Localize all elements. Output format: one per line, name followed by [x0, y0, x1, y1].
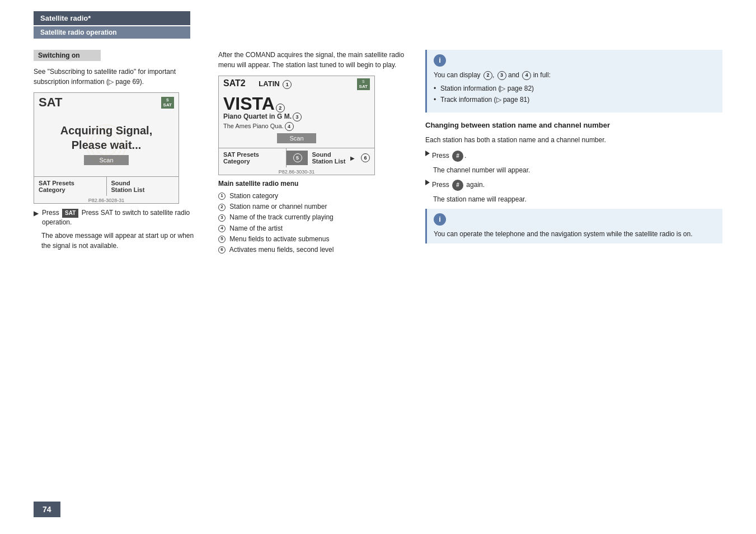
- sat2-footer-left: SAT Presets Category: [219, 148, 287, 167]
- sat-footer: SAT Presets Category Sound Station List: [34, 176, 179, 196]
- sat2-scan-btn: Scan: [277, 133, 316, 143]
- sat2-vista-row: VISTA2: [223, 95, 370, 113]
- circle-num-4: 4: [218, 225, 226, 232]
- sat2-figure-note: P82.86-3030-31: [219, 169, 374, 175]
- arrow-bullet-icon: ▶: [34, 209, 39, 218]
- menu-item-4-text: Name of the artist: [229, 224, 283, 232]
- sat2-badge: S SAT: [357, 78, 370, 90]
- sat-footer-right: Sound Station List: [107, 177, 179, 196]
- instruction-text: Press SAT Press SAT to switch to satelli…: [42, 208, 201, 227]
- sat-button-inline: SAT: [62, 209, 78, 218]
- middle-column: After the COMAND acquires the signal, th…: [218, 50, 408, 523]
- sat2-footer-category: Category: [223, 158, 281, 165]
- menu-item-2: 2 Station name or channel number: [218, 202, 408, 212]
- sat2-display: SAT2 LATIN 1 S SAT VISTA2 Piano Quartet …: [218, 76, 375, 175]
- sat2-body: VISTA2 Piano Quartet in G M.3 The Ames P…: [219, 92, 374, 148]
- header-title: Satellite radio*: [34, 11, 190, 25]
- sat2-vista: VISTA: [223, 93, 275, 114]
- bullet-track-info: Track information (▷ page 81): [434, 95, 716, 105]
- middle-intro-text: After the COMAND acquires the signal, th…: [218, 50, 408, 70]
- sat2-footer-sound: Sound: [312, 151, 346, 158]
- menu-item-2-text: Station name or channel number: [229, 203, 327, 210]
- sat2-footer-right: Sound Station List ▶ 6: [308, 148, 375, 167]
- sat2-footer-presets: SAT Presets: [223, 151, 281, 158]
- menu-item-5: 5 Menu fields to activate submenus: [218, 234, 408, 245]
- info-box-1: i You can display 2, 3 and 4 in full: St…: [425, 50, 722, 113]
- arrow-right-icon: ▶: [350, 155, 355, 161]
- sat-display-header: SAT S SAT: [34, 93, 179, 112]
- changing-section-title: Changing between station name and channe…: [425, 120, 722, 130]
- step2-result: The station name will reappear.: [433, 194, 722, 204]
- circle-1: 1: [283, 80, 292, 89]
- step1-result: The channel number will appear.: [433, 165, 722, 175]
- circle-2: 2: [276, 104, 285, 113]
- word-and: and: [508, 71, 519, 79]
- step1-text: Press #.: [432, 151, 466, 162]
- step1-arrow-icon: [425, 151, 430, 156]
- sat2-label-group: SAT2 LATIN 1: [223, 78, 292, 89]
- page-number: 74: [34, 502, 60, 517]
- sat2-latin: LATIN: [259, 79, 279, 88]
- sat2-footer-stationlist: Station List: [312, 158, 346, 165]
- menu-item-1-text: Station category: [229, 192, 278, 200]
- menu-item-3: 3 Name of the track currently playing: [218, 212, 408, 223]
- info-box-2: i You can operate the telephone and the …: [425, 209, 722, 243]
- menu-item-4: 4 Name of the artist: [218, 223, 408, 234]
- bullet-station-info: Station information (▷ page 82): [434, 83, 716, 93]
- menu-item-6-text: Activates menu fields, second level: [229, 246, 334, 254]
- sat-footer-sound: Sound: [111, 180, 175, 186]
- menu-list: 1 Station category 2 Station name or cha…: [218, 191, 408, 255]
- circle-5: 5: [293, 153, 302, 162]
- changing-body-text: Each station has both a station name and…: [425, 135, 722, 145]
- sat2-footer-mid: 5: [287, 151, 308, 165]
- circle-display-2: 2: [483, 71, 492, 80]
- sat2-footer-sound-station: Sound Station List: [312, 151, 346, 165]
- circle-display-4: 4: [522, 71, 531, 80]
- circle-6: 6: [361, 153, 370, 162]
- sat2-header: SAT2 LATIN 1 S SAT: [219, 76, 374, 92]
- sat-label: SAT: [39, 95, 62, 110]
- press-btn-hash-2: #: [452, 180, 463, 191]
- main-content: Switching on See "Subscribing to satelli…: [0, 39, 756, 534]
- info-box-1-text: You can display 2, 3 and 4 in full:: [434, 70, 716, 80]
- sat-footer-category: Category: [39, 186, 102, 193]
- right-column: i You can display 2, 3 and 4 in full: St…: [425, 50, 722, 523]
- menu-item-6: 6 Activates menu fields, second level: [218, 245, 408, 255]
- instruction-row: ▶ Press SAT Press SAT to switch to satel…: [34, 208, 201, 227]
- info-icon-2: i: [434, 213, 446, 226]
- sat2-footer: SAT Presets Category 5 Sound Station Lis…: [219, 148, 374, 167]
- sat-display: SAT S SAT: [34, 92, 179, 204]
- left-column: Switching on See "Subscribing to satelli…: [34, 50, 201, 523]
- press-btn-hash-1: #: [452, 151, 463, 162]
- circle-num-5: 5: [218, 236, 226, 243]
- sat-bg-decoration: [84, 122, 129, 167]
- sat2-artist: The Ames Piano Qua.4: [223, 122, 370, 131]
- section-header-switching: Switching on: [34, 50, 101, 61]
- step2-text: Press # again.: [432, 180, 485, 191]
- info-box-2-text: You can operate the telephone and the na…: [434, 229, 716, 239]
- circle-num-3: 3: [218, 214, 226, 222]
- header-subtitle: Satellite radio operation: [34, 26, 190, 39]
- sat-badge: S SAT: [161, 97, 174, 109]
- sat2-track: Piano Quartet in G M.3: [223, 113, 370, 121]
- circle-3: 3: [293, 113, 302, 121]
- menu-title: Main satellite radio menu: [218, 180, 408, 188]
- circle-num-1: 1: [218, 193, 226, 200]
- sat-footer-left: SAT Presets Category: [34, 177, 107, 196]
- circle-display-3: 3: [497, 71, 506, 80]
- info-icon-1: i: [434, 54, 446, 67]
- sat-display-body: Acquiring Signal, Please wait... Scan: [34, 112, 179, 176]
- step2-row: Press # again.: [425, 180, 722, 191]
- menu-item-5-text: Menu fields to activate submenus: [229, 235, 329, 243]
- body-text-subscription: See "Subscribing to satellite radio" for…: [34, 67, 201, 87]
- circle-4: 4: [285, 122, 294, 131]
- step2-arrow-icon: [425, 180, 430, 185]
- info-box-1-bullets: Station information (▷ page 82) Track in…: [434, 83, 716, 105]
- step1-row: Press #.: [425, 151, 722, 162]
- circle-num-2: 2: [218, 204, 226, 211]
- sat-footer-presets: SAT Presets: [39, 180, 102, 186]
- sat2-label: SAT2: [223, 78, 246, 88]
- sat-footer-station: Station List: [111, 186, 175, 193]
- sat-figure-note: P82.86-3028-31: [34, 198, 179, 203]
- menu-item-3-text: Name of the track currently playing: [229, 213, 333, 221]
